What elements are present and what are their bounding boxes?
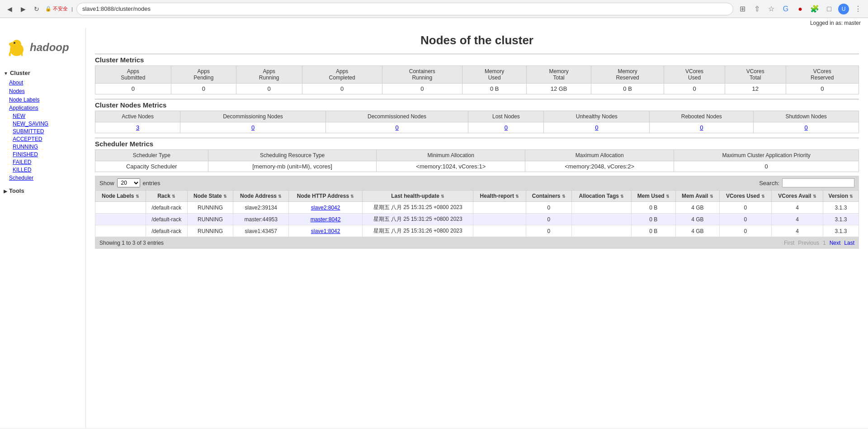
val-unhealthy-nodes: 0 [544, 122, 650, 133]
bookmark-icon[interactable]: ☆ [766, 4, 777, 14]
sidebar-item-failed[interactable]: FAILED [0, 158, 85, 166]
th-vcores-used[interactable]: VCores Used ⇅ [719, 191, 772, 202]
applications-link[interactable]: Applications [9, 105, 38, 111]
th-node-labels[interactable]: Node Labels ⇅ [95, 191, 146, 202]
url-bar[interactable] [76, 3, 733, 15]
col-apps-completed: AppsCompleted [302, 66, 382, 84]
col-vcores-total: VCoresTotal [725, 66, 786, 84]
val-memory-reserved: 0 B [591, 84, 664, 94]
sidebar-item-new[interactable]: NEW [0, 112, 85, 120]
cell-rack: /default-rack [146, 225, 187, 237]
puzzle-icon[interactable]: 🧩 [809, 4, 820, 14]
sidebar-item-finished[interactable]: FINISHED [0, 150, 85, 158]
cluster-section-header[interactable]: Cluster [0, 68, 85, 78]
running-link[interactable]: RUNNING [13, 144, 38, 150]
finished-link[interactable]: FINISHED [13, 151, 38, 158]
cell-last-health-update: 星期五 八月 25 15:31:25 +0800 2023 [363, 214, 473, 225]
th-node-address[interactable]: Node Address ⇅ [233, 191, 289, 202]
sidebar-item-new-saving[interactable]: NEW_SAVING [0, 120, 85, 127]
cell-node-address: slave1:43457 [233, 225, 289, 237]
accepted-link[interactable]: ACCEPTED [13, 136, 42, 142]
rebooted-nodes-link[interactable]: 0 [700, 124, 703, 131]
first-page-link[interactable]: First [784, 240, 794, 246]
failed-link[interactable]: FAILED [13, 159, 31, 165]
decommissioning-nodes-link[interactable]: 0 [251, 124, 255, 131]
col-scheduling-resource-type: Scheduling Resource Type [208, 150, 377, 161]
node-http-link[interactable]: slave1:8042 [311, 228, 340, 234]
val-apps-running: 0 [236, 84, 302, 94]
cell-vcores-used: 0 [719, 214, 772, 225]
extension-icon[interactable]: ● [795, 4, 806, 14]
th-containers[interactable]: Containers ⇅ [526, 191, 572, 202]
node-http-link[interactable]: master:8042 [311, 216, 341, 223]
cell-containers: 0 [526, 202, 572, 214]
sidebar-item-running[interactable]: RUNNING [0, 143, 85, 150]
th-version[interactable]: Version ⇅ [823, 191, 859, 202]
sidebar-item-killed[interactable]: KILLED [0, 166, 85, 173]
th-node-http-address[interactable]: Node HTTP Address ⇅ [289, 191, 363, 202]
col-active-nodes: Active Nodes [95, 111, 180, 122]
val-scheduler-type: Capacity Scheduler [95, 161, 208, 172]
th-vcores-avail[interactable]: VCores Avail ⇅ [772, 191, 823, 202]
reload-button[interactable]: ↻ [32, 4, 42, 14]
forward-button[interactable]: ▶ [18, 4, 28, 14]
scheduler-link[interactable]: Scheduler [9, 175, 33, 181]
table-row: /default-rack RUNNING slave2:39134 slave… [95, 202, 859, 214]
share-icon[interactable]: ⇧ [751, 4, 762, 14]
entries-select[interactable]: 10 20 50 100 [117, 178, 140, 187]
menu-icon[interactable]: ⋮ [853, 4, 863, 14]
th-rack[interactable]: Rack ⇅ [146, 191, 187, 202]
lost-nodes-link[interactable]: 0 [505, 124, 508, 131]
shutdown-nodes-link[interactable]: 0 [805, 124, 808, 131]
col-lost-nodes: Lost Nodes [468, 111, 544, 122]
col-apps-running: AppsRunning [236, 66, 302, 84]
cell-version: 3.1.3 [823, 202, 859, 214]
cell-allocation-tags [572, 214, 632, 225]
new-link[interactable]: NEW [13, 113, 25, 119]
sidebar-applications-header[interactable]: Applications [0, 104, 85, 112]
sidebar-item-accepted[interactable]: ACCEPTED [0, 135, 85, 143]
th-mem-used[interactable]: Mem Used ⇅ [631, 191, 675, 202]
col-rebooted-nodes: Rebooted Nodes [650, 111, 754, 122]
node-labels-link[interactable]: Node Labels [9, 97, 39, 103]
th-mem-avail[interactable]: Mem Avail ⇅ [676, 191, 720, 202]
profile-icon[interactable]: U [838, 4, 849, 14]
window-icon[interactable]: □ [824, 4, 835, 14]
cell-vcores-avail: 4 [772, 214, 823, 225]
search-input[interactable] [782, 178, 854, 187]
val-vcores-total: 12 [725, 84, 786, 94]
decommissioned-nodes-link[interactable]: 0 [395, 124, 398, 131]
about-link[interactable]: About [9, 79, 23, 86]
cell-node-address: slave2:39134 [233, 202, 289, 214]
translate-icon[interactable]: ⊞ [737, 4, 748, 14]
sidebar-item-nodes[interactable]: Nodes [0, 87, 85, 95]
previous-page-link[interactable]: Previous [798, 240, 819, 246]
active-nodes-link[interactable]: 3 [136, 124, 139, 131]
show-label: Show [99, 180, 114, 187]
cell-vcores-avail: 4 [772, 202, 823, 214]
sidebar-item-scheduler[interactable]: Scheduler [0, 173, 85, 182]
cell-node-labels [95, 225, 146, 237]
th-node-state[interactable]: Node State ⇅ [187, 191, 233, 202]
tools-section-header[interactable]: Tools [0, 186, 85, 196]
node-http-link[interactable]: slave2:8042 [311, 205, 340, 211]
sidebar-item-about[interactable]: About [0, 78, 85, 87]
submitted-link[interactable]: SUBMITTED [13, 128, 44, 135]
last-page-link[interactable]: Last [844, 240, 854, 246]
th-health-report[interactable]: Health-report ⇅ [473, 191, 526, 202]
sidebar-item-node-labels[interactable]: Node Labels [0, 95, 85, 104]
sidebar-header: hadoop [0, 33, 85, 66]
new-saving-link[interactable]: NEW_SAVING [13, 121, 48, 127]
cell-vcores-used: 0 [719, 202, 772, 214]
killed-link[interactable]: KILLED [13, 167, 31, 173]
back-button[interactable]: ◀ [5, 4, 14, 14]
sidebar-item-submitted[interactable]: SUBMITTED [0, 127, 85, 135]
google-icon[interactable]: G [780, 4, 791, 14]
unhealthy-nodes-link[interactable]: 0 [595, 124, 598, 131]
next-page-link[interactable]: Next [830, 240, 841, 246]
cell-vcores-used: 0 [719, 225, 772, 237]
nodes-link[interactable]: Nodes [9, 88, 25, 94]
th-allocation-tags[interactable]: Allocation Tags ⇅ [572, 191, 632, 202]
sidebar-cluster-section: Cluster About Nodes Node Labels Applicat… [0, 66, 85, 184]
th-last-health-update[interactable]: Last health-update ⇅ [363, 191, 473, 202]
